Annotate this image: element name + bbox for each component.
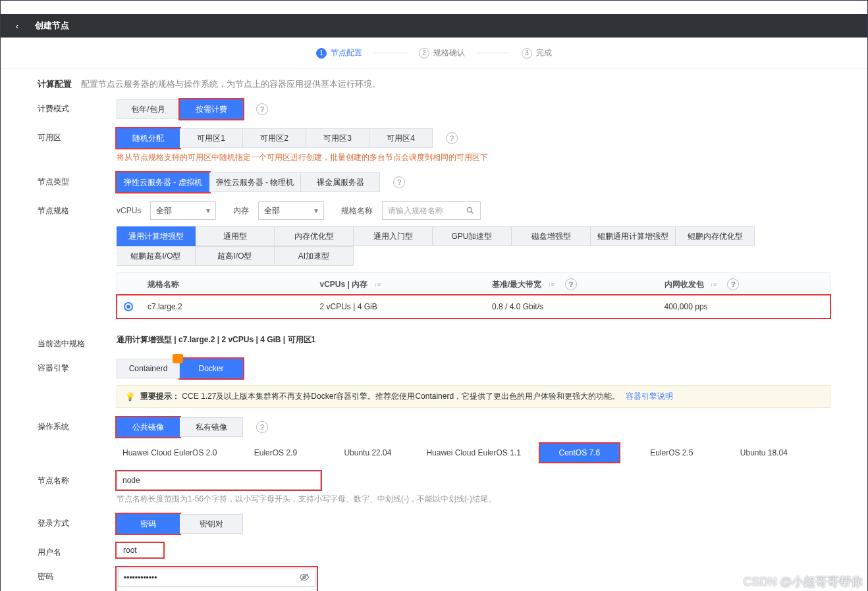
nodetype-vm[interactable]: 弹性云服务器 - 虚拟机 (117, 172, 209, 192)
page-header: ‹ 创建节点 (1, 14, 867, 38)
nodetype-label: 节点类型 (38, 172, 117, 188)
help-icon[interactable]: ? (565, 278, 577, 290)
spec-table-row[interactable]: c7.large.2 2 vCPUs | 4 GiB 0.8 / 4.0 Gbi… (117, 296, 830, 318)
help-icon[interactable]: ? (256, 103, 268, 115)
speccat-1[interactable]: 通用型 (196, 226, 275, 246)
engine-tip-link[interactable]: 容器引擎说明 (626, 392, 673, 401)
selected-label: 当前选中规格 (38, 334, 117, 349)
chevron-down-icon: ▾ (206, 206, 210, 215)
speccat-7[interactable]: 鲲鹏内存优化型 (676, 226, 755, 246)
az-1[interactable]: 可用区1 (180, 128, 243, 148)
nodename-label: 节点名称 (38, 471, 117, 486)
spec-mem-select[interactable]: 全部 ▾ (258, 201, 324, 220)
username-value: root (123, 546, 137, 555)
th-pps[interactable]: 内网收发包↓≡? (658, 274, 830, 294)
spec-mem-value: 全部 (264, 205, 280, 217)
speccat-6[interactable]: 鲲鹏通用计算增强型 (591, 226, 676, 246)
os-tab-private[interactable]: 私有镜像 (180, 417, 243, 437)
spec-search-input[interactable]: 请输入规格名称 (382, 201, 481, 220)
login-label: 登录方式 (38, 514, 117, 529)
engine-containerd[interactable]: Containerd (117, 359, 180, 378)
az-4[interactable]: 可用区4 (369, 128, 433, 148)
step-1-num: 1 (316, 48, 327, 59)
sort-icon: ↓≡ (374, 281, 381, 288)
spec-vcpu-select[interactable]: 全部 ▾ (150, 201, 216, 220)
nodetype-phys[interactable]: 弹性云服务器 - 物理机 (209, 172, 302, 192)
engine-tip: 💡 重要提示： CCE 1.27及以上版本集群将不再支持Docker容器引擎。推… (117, 385, 830, 408)
az-random[interactable]: 随机分配 (117, 128, 180, 148)
th-cpu[interactable]: vCPUs | 内存↓≡ (313, 275, 486, 294)
engine-label: 容器引擎 (38, 359, 117, 374)
az-2[interactable]: 可用区2 (243, 128, 306, 148)
os-item-0[interactable]: Huawei Cloud EulerOS 2.0 (117, 444, 223, 462)
step-2-label: 规格确认 (433, 47, 465, 59)
page-title: 创建节点 (35, 20, 69, 32)
engine-docker[interactable]: Docker (180, 359, 243, 378)
speccat-9[interactable]: 超高I/O型 (196, 246, 275, 266)
step-2-num: 2 (419, 48, 429, 59)
os-item-1[interactable]: EulerOS 2.9 (236, 444, 315, 462)
back-icon[interactable]: ‹ (11, 21, 23, 31)
step-2: 2 规格确认 (419, 47, 465, 59)
chevron-down-icon: ▾ (314, 206, 318, 215)
az-note: 将从节点规格支持的可用区中随机指定一个可用区进行创建，批量创建的多台节点会调度到… (117, 152, 830, 163)
spec-search-placeholder: 请输入规格名称 (388, 205, 443, 217)
az-label: 可用区 (38, 128, 117, 143)
os-item-6[interactable]: Ubuntu 18.04 (724, 444, 803, 462)
eye-icon[interactable] (299, 572, 310, 584)
nodename-input[interactable]: node (117, 471, 321, 490)
login-keypair[interactable]: 密钥对 (180, 514, 243, 534)
td-cpu: 2 vCPUs | 4 GiB (313, 298, 486, 315)
bulb-icon: 💡 (125, 392, 135, 401)
speccat-3[interactable]: 通用入门型 (354, 226, 433, 246)
nodename-value: node (122, 476, 140, 485)
step-divider (374, 53, 407, 53)
password-input[interactable]: •••••••••••• (118, 569, 315, 587)
step-3-num: 3 (522, 48, 532, 59)
speccat-5[interactable]: 磁盘增强型 (512, 226, 591, 246)
svg-line-1 (472, 212, 474, 214)
login-password[interactable]: 密码 (117, 514, 180, 534)
speccat-4[interactable]: GPU加速型 (433, 226, 512, 246)
spec-table-head: 规格名称 vCPUs | 内存↓≡ 基准/最大带宽↓≡? 内网收发包↓≡? (117, 273, 830, 296)
billing-ondemand[interactable]: 按需计费 (180, 99, 243, 119)
help-icon[interactable]: ? (727, 278, 739, 290)
engine-tip-text: CCE 1.27及以上版本集群将不再支持Docker容器引擎。推荐您使用Cont… (182, 392, 620, 401)
os-item-5[interactable]: EulerOS 2.5 (632, 444, 711, 462)
recommend-badge-icon (173, 354, 183, 363)
os-tab-public[interactable]: 公共镜像 (117, 417, 180, 437)
speccat-0[interactable]: 通用计算增强型 (117, 226, 196, 246)
username-label: 用户名 (38, 543, 117, 558)
os-item-3[interactable]: Huawei Cloud EulerOS 1.1 (420, 444, 526, 462)
billing-label: 计费模式 (38, 99, 117, 115)
os-label: 操作系统 (38, 417, 117, 432)
help-icon[interactable]: ? (393, 176, 405, 188)
os-item-4[interactable]: CentOS 7.6 (540, 444, 619, 462)
watermark: CSDN @小超哥哥帮你 (743, 574, 863, 590)
help-icon[interactable]: ? (256, 421, 268, 433)
section-compute-title: 计算配置 配置节点云服务器的规格与操作系统，为节点上的容器应用提供基本运行环境。 (38, 78, 830, 90)
spec-name-label: 规格名称 (341, 205, 373, 217)
os-item-2[interactable]: Ubuntu 22.04 (328, 444, 407, 462)
th-bw[interactable]: 基准/最大带宽↓≡? (485, 274, 658, 294)
spec-table: 规格名称 vCPUs | 内存↓≡ 基准/最大带宽↓≡? 内网收发包↓≡? c7… (117, 272, 830, 319)
engine-containerd-label: Containerd (129, 364, 168, 373)
nodetype-bms[interactable]: 裸金属服务器 (301, 172, 380, 192)
az-3[interactable]: 可用区3 (306, 128, 369, 148)
speccat-10[interactable]: AI加速型 (275, 246, 354, 266)
speccat-8[interactable]: 鲲鹏超高I/O型 (117, 246, 196, 266)
compute-title: 计算配置 (38, 79, 72, 89)
search-icon (466, 206, 475, 215)
billing-yearly[interactable]: 包年/包月 (117, 99, 180, 119)
speccat-2[interactable]: 内存优化型 (275, 226, 354, 246)
help-icon[interactable]: ? (446, 132, 458, 144)
spec-mem-label: 内存 (233, 205, 249, 217)
radio-selected[interactable] (124, 302, 133, 311)
step-1: 1 节点配置 (316, 47, 362, 59)
spec-vcpu-value: 全部 (156, 205, 172, 217)
th-name[interactable]: 规格名称 (141, 275, 313, 294)
step-3: 3 完成 (522, 47, 552, 59)
step-1-label: 节点配置 (331, 47, 362, 59)
wizard-steps: 1 节点配置 2 规格确认 3 完成 (1, 38, 867, 69)
password-value: •••••••••••• (124, 573, 157, 582)
